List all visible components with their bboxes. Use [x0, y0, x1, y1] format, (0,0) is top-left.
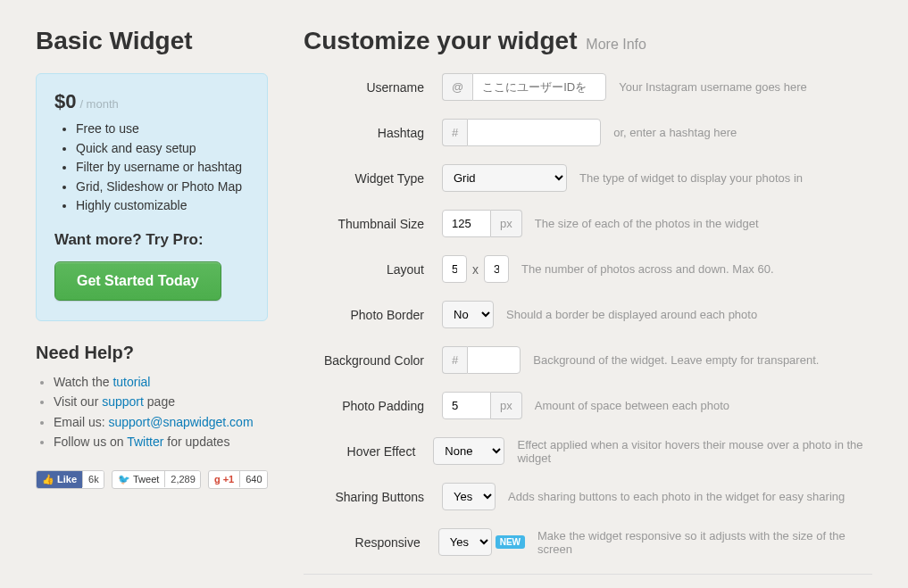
row-border: Photo Border No Should a border be displ… [304, 301, 872, 328]
sharing-label: Sharing Buttons [304, 490, 424, 504]
layout-label: Layout [304, 262, 424, 277]
padding-label: Photo Padding [304, 399, 424, 413]
px-suffix-padding: px [491, 392, 522, 419]
username-label: Username [304, 80, 424, 95]
help-item: Visit our support page [54, 392, 268, 411]
support-link[interactable]: support [102, 394, 144, 409]
twitter-link[interactable]: Twitter [127, 435, 163, 449]
layout-hint: The number of photos across and down. Ma… [521, 262, 774, 276]
bg-hint: Background of the widget. Leave empty fo… [533, 353, 819, 367]
hashtag-hint: or, enter a hashtag here [613, 126, 737, 139]
hover-label: Hover Effect [304, 444, 415, 459]
main-form: Customize your widget More Info Username… [304, 27, 872, 588]
responsive-hint: Make the widget responsive so it adjusts… [537, 529, 872, 556]
new-badge: NEW [496, 535, 525, 549]
row-sharing: Sharing Buttons Yes Adds sharing buttons… [304, 483, 872, 510]
help-list: Watch the tutorial Visit our support pag… [54, 372, 268, 452]
thumbnail-input[interactable] [442, 210, 491, 237]
price-value: $0 [54, 90, 76, 112]
google-plus-count: 640 [239, 471, 267, 487]
hashtag-label: Hashtag [304, 126, 424, 140]
google-plus-icon: g [214, 474, 221, 484]
layout-rows-input[interactable] [484, 255, 509, 283]
get-started-button[interactable]: Get Started Today [54, 261, 221, 301]
hash-prefix: # [442, 119, 467, 146]
row-username: Username @ Your Instagram username goes … [304, 73, 872, 101]
row-padding: Photo Padding px Amount of space between… [304, 392, 872, 419]
row-thumbnail: Thumbnail Size px The size of each of th… [304, 210, 872, 237]
row-responsive: Responsive Yes NEW Make the widget respo… [304, 528, 872, 556]
widget-type-hint: The type of widget to display your photo… [579, 171, 803, 185]
responsive-select[interactable]: Yes [438, 528, 492, 556]
hover-hint: Effect applied when a visitor hovers the… [517, 438, 872, 465]
row-hashtag: Hashtag # or, enter a hashtag here [304, 119, 872, 146]
feature-list: Free to use Quick and easy setup Filter … [76, 120, 249, 215]
widget-type-select[interactable]: Grid [442, 164, 567, 192]
hash-prefix-bg: # [442, 346, 467, 374]
hover-select[interactable]: None [433, 437, 504, 465]
padding-input[interactable] [442, 392, 491, 419]
social-buttons: 👍Like 6k 🐦Tweet 2,289 g+1 640 [36, 470, 268, 489]
form-divider [304, 574, 872, 575]
row-layout: Layout x The number of photos across and… [304, 255, 872, 283]
hashtag-input[interactable] [467, 119, 601, 146]
username-hint: Your Instagram username goes here [619, 80, 807, 94]
responsive-label: Responsive [304, 535, 421, 550]
feature-item: Quick and easy setup [76, 140, 249, 158]
price-box: $0 / month Free to use Quick and easy se… [36, 73, 268, 321]
border-select[interactable]: No [442, 301, 494, 328]
row-widget-type: Widget Type Grid The type of widget to d… [304, 164, 872, 192]
form-heading: Customize your widget [304, 27, 577, 55]
feature-item: Filter by username or hashtag [76, 159, 249, 177]
sharing-hint: Adds sharing buttons to each photo in th… [508, 490, 845, 503]
layout-cols-input[interactable] [442, 255, 467, 283]
help-item: Follow us on Twitter for updates [54, 432, 268, 451]
feature-item: Grid, Slideshow or Photo Map [76, 178, 249, 196]
more-info-link[interactable]: More Info [586, 37, 646, 52]
tweet-button[interactable]: 🐦Tweet 2,289 [112, 470, 201, 489]
help-item: Watch the tutorial [54, 372, 268, 392]
layout-x-separator: x [472, 262, 479, 277]
border-label: Photo Border [304, 308, 424, 322]
help-heading: Need Help? [36, 343, 268, 363]
row-bg: Background Color # Background of the wid… [304, 346, 872, 374]
tweet-count: 2,289 [164, 471, 201, 487]
google-plus-button[interactable]: g+1 640 [208, 470, 268, 489]
help-item: Email us: support@snapwidget.com [54, 412, 268, 432]
thumbs-up-icon: 👍 [42, 474, 54, 485]
twitter-icon: 🐦 [118, 474, 130, 485]
sidebar: Basic Widget $0 / month Free to use Quic… [36, 27, 268, 588]
widget-type-label: Widget Type [304, 171, 424, 186]
thumbnail-label: Thumbnail Size [304, 217, 424, 231]
bg-label: Background Color [304, 353, 424, 368]
facebook-count: 6k [82, 471, 104, 487]
want-more-heading: Want more? Try Pro: [54, 231, 249, 249]
at-prefix: @ [442, 73, 472, 101]
tutorial-link[interactable]: tutorial [112, 375, 150, 389]
facebook-like-button[interactable]: 👍Like 6k [36, 470, 104, 489]
username-input[interactable] [472, 73, 606, 101]
thumbnail-hint: The size of each of the photos in the wi… [535, 217, 759, 230]
bg-input[interactable] [467, 346, 521, 374]
price-period: / month [79, 97, 118, 111]
feature-item: Free to use [76, 120, 249, 138]
sharing-select[interactable]: Yes [442, 483, 496, 510]
padding-hint: Amount of space between each photo [535, 399, 729, 412]
row-hover: Hover Effect None Effect applied when a … [304, 437, 872, 465]
sidebar-title: Basic Widget [36, 27, 268, 55]
px-suffix: px [491, 210, 522, 237]
border-hint: Should a border be displayed around each… [506, 308, 757, 321]
support-email-link[interactable]: support@snapwidget.com [108, 415, 253, 429]
feature-item: Highly customizable [76, 197, 249, 215]
